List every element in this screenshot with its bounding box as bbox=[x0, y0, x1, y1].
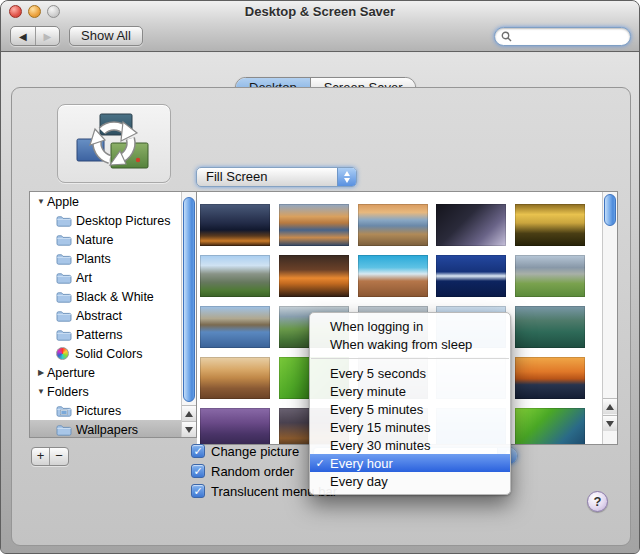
sidebar-item-folders[interactable]: ▼Folders bbox=[30, 382, 183, 401]
window-controls bbox=[9, 5, 60, 18]
sidebar-item-abstract[interactable]: Abstract bbox=[30, 306, 183, 325]
wallpaper-thumbnail-maple-leaves[interactable] bbox=[515, 408, 585, 445]
title-bar[interactable]: Desktop & Screen Saver bbox=[1, 1, 639, 23]
wallpaper-thumbnail-night-harbor[interactable] bbox=[200, 204, 270, 246]
menu-item-label: Every 5 seconds bbox=[330, 366, 426, 381]
sidebar-item-plants[interactable]: Plants bbox=[30, 249, 183, 268]
fill-screen-popup[interactable]: Fill Screen bbox=[196, 167, 357, 187]
interval-menu: When logging inWhen waking from sleepEve… bbox=[309, 312, 511, 495]
wallpaper-thumbnail-alpine-meadow[interactable] bbox=[515, 255, 585, 297]
arrow-down-icon bbox=[185, 427, 193, 433]
close-button[interactable] bbox=[9, 5, 22, 18]
arrow-down-icon bbox=[606, 421, 614, 427]
sidebar-item-aperture[interactable]: ▶Aperture bbox=[30, 363, 183, 382]
folder-icon bbox=[56, 329, 72, 341]
menu-item-label: When logging in bbox=[330, 319, 423, 334]
grid-scrollbar[interactable] bbox=[602, 192, 617, 444]
menu-item-every-hour[interactable]: ✓Every hour bbox=[310, 454, 510, 472]
sidebar-item-label: Pictures bbox=[76, 404, 121, 418]
menu-item-label: Every day bbox=[330, 474, 388, 489]
menu-item-every-day[interactable]: Every day bbox=[310, 472, 510, 490]
show-all-button[interactable]: Show All bbox=[69, 26, 143, 46]
sidebar-item-pictures[interactable]: Pictures bbox=[30, 401, 183, 420]
sidebar-item-label: Solid Colors bbox=[75, 347, 142, 361]
menu-item-every-5-seconds[interactable]: Every 5 seconds bbox=[310, 364, 510, 382]
wallpaper-thumbnail-violet-city[interactable] bbox=[200, 408, 270, 445]
checkbox-label: Random order bbox=[211, 464, 294, 479]
menu-item-every-minute[interactable]: Every minute bbox=[310, 382, 510, 400]
sidebar-item-desktop-pictures[interactable]: Desktop Pictures bbox=[30, 211, 183, 230]
checkbox-translucent-menu-bar[interactable]: ✓ bbox=[191, 484, 205, 498]
wallpaper-thumbnail-desert-road[interactable] bbox=[200, 357, 270, 399]
sidebar-item-label: Abstract bbox=[76, 309, 122, 323]
folder-icon bbox=[56, 291, 72, 303]
window-header: Desktop & Screen Saver ◀ ▶ Show All bbox=[1, 1, 639, 52]
menu-item-every-5-minutes[interactable]: Every 5 minutes bbox=[310, 400, 510, 418]
sidebar-item-nature[interactable]: Nature bbox=[30, 230, 183, 249]
search-field[interactable] bbox=[494, 27, 631, 46]
folder-icon bbox=[56, 215, 72, 227]
sidebar-item-apple[interactable]: ▼Apple bbox=[30, 192, 183, 211]
menu-item-label: Every minute bbox=[330, 384, 406, 399]
disclosure-triangle-icon[interactable]: ▶ bbox=[35, 368, 47, 377]
wallpaper-thumbnail-golden-clouds[interactable] bbox=[515, 204, 585, 246]
wallpaper-thumbnail-yosemite-valley[interactable] bbox=[200, 255, 270, 297]
folder-icon bbox=[56, 272, 72, 284]
wallpaper-thumbnail-lighthouse-sunset[interactable] bbox=[515, 357, 585, 399]
menu-separator bbox=[310, 353, 510, 364]
sidebar-item-art[interactable]: Art bbox=[30, 268, 183, 287]
sidebar-item-label: Black & White bbox=[76, 290, 154, 304]
wallpaper-thumbnail-desert-sky[interactable] bbox=[358, 255, 428, 297]
wallpaper-thumbnail-fiery-sunset[interactable] bbox=[279, 255, 349, 297]
back-button[interactable]: ◀ bbox=[11, 27, 36, 45]
disclosure-triangle-icon[interactable]: ▼ bbox=[35, 387, 47, 396]
help-button[interactable]: ? bbox=[587, 491, 608, 512]
scroll-down-button[interactable] bbox=[182, 421, 196, 437]
checkbox-change-picture[interactable]: ✓ bbox=[191, 444, 205, 458]
scroll-up-button[interactable] bbox=[603, 398, 617, 414]
scroll-up-button[interactable] bbox=[182, 405, 196, 421]
rotating-pictures-icon bbox=[71, 112, 157, 176]
sidebar-item-wallpapers[interactable]: Wallpapers bbox=[30, 420, 183, 438]
menu-item-every-30-minutes[interactable]: Every 30 minutes bbox=[310, 436, 510, 454]
menu-item-every-15-minutes[interactable]: Every 15 minutes bbox=[310, 418, 510, 436]
search-input[interactable] bbox=[515, 29, 624, 45]
minimize-button[interactable] bbox=[28, 5, 41, 18]
sidebar-scrollbar[interactable] bbox=[181, 192, 196, 437]
disclosure-triangle-icon[interactable]: ▼ bbox=[35, 197, 47, 206]
checkmark-icon: ✓ bbox=[310, 457, 330, 470]
scroll-down-button[interactable] bbox=[603, 415, 617, 431]
sidebar-item-black-white[interactable]: Black & White bbox=[30, 287, 183, 306]
wallpaper-thumbnail-night-peak-lake[interactable] bbox=[436, 255, 506, 297]
wallpaper-thumbnail-mirror-lake[interactable] bbox=[200, 306, 270, 348]
sidebar-item-label: Art bbox=[76, 271, 92, 285]
zoom-button bbox=[47, 5, 60, 18]
menu-item-label: Every 30 minutes bbox=[330, 438, 430, 453]
sidebar-item-label: Desktop Pictures bbox=[76, 214, 170, 228]
add-folder-button[interactable]: + bbox=[32, 448, 50, 465]
checkbox-label: Change picture bbox=[211, 444, 299, 459]
preview-well bbox=[57, 104, 171, 183]
source-list-rows: ▼AppleDesktop PicturesNaturePlantsArtBla… bbox=[30, 192, 196, 438]
folder-icon bbox=[56, 253, 72, 265]
wallpaper-thumbnail-coastal-rocks[interactable] bbox=[358, 204, 428, 246]
source-list: ▼AppleDesktop PicturesNaturePlantsArtBla… bbox=[29, 191, 197, 438]
history-nav: ◀ ▶ bbox=[10, 26, 60, 46]
sidebar-item-solid-colors[interactable]: Solid Colors bbox=[30, 344, 183, 363]
menu-item-when-logging-in[interactable]: When logging in bbox=[310, 317, 510, 335]
sidebar-item-patterns[interactable]: Patterns bbox=[30, 325, 183, 344]
wallpaper-thumbnail-lake-sunset[interactable] bbox=[279, 204, 349, 246]
wallpaper-thumbnail-lattice-architecture[interactable] bbox=[436, 204, 506, 246]
remove-folder-button[interactable]: − bbox=[50, 448, 68, 465]
wallpaper-thumbnail-teal-lake[interactable] bbox=[515, 306, 585, 348]
preferences-window: Desktop & Screen Saver ◀ ▶ Show All Desk… bbox=[0, 0, 640, 554]
sidebar-item-label: Apple bbox=[47, 195, 79, 209]
sidebar-item-label: Folders bbox=[47, 385, 89, 399]
folder-icon bbox=[56, 405, 72, 417]
sidebar-item-label: Patterns bbox=[76, 328, 123, 342]
checkbox-random-order[interactable]: ✓ bbox=[191, 464, 205, 478]
menu-item-when-waking-from-sleep[interactable]: When waking from sleep bbox=[310, 335, 510, 353]
sidebar-scrollbar-thumb[interactable] bbox=[183, 197, 195, 402]
sidebar-item-label: Nature bbox=[76, 233, 114, 247]
grid-scrollbar-thumb[interactable] bbox=[604, 194, 616, 226]
